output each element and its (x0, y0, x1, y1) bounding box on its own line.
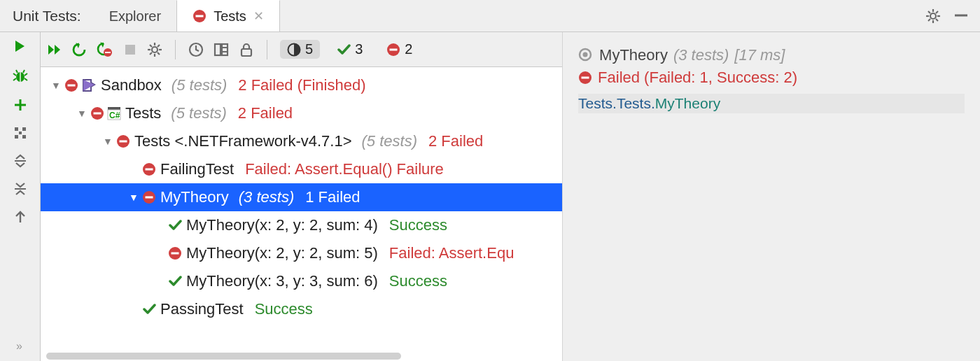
test-count: (5 tests) (171, 104, 226, 122)
layout-icon[interactable] (13, 126, 27, 140)
fail-icon (578, 71, 592, 85)
detail-name: MyTheory (599, 46, 668, 64)
fail-icon (168, 246, 182, 260)
collapse-icon[interactable] (13, 182, 27, 196)
filter-passed[interactable]: 3 (330, 40, 370, 59)
chevron-down-icon[interactable]: ▼ (48, 80, 64, 91)
test-result: Success (389, 216, 447, 234)
test-result: Success (255, 300, 313, 318)
test-count: (3 tests) (239, 188, 294, 206)
tree-pane: 5 3 2 ▼Sandbox(5 tests)2 Failed (Finishe… (41, 32, 563, 361)
test-name: Tests <.NETFramework-v4.7.1> (134, 132, 352, 150)
rerun-failed-icon[interactable] (97, 41, 113, 58)
more-icon[interactable]: » (16, 340, 24, 361)
test-row[interactable]: MyTheory(x: 3, y: 3, sum: 6)Success (41, 267, 562, 295)
tab-label: Tests (214, 8, 246, 24)
plus-icon[interactable] (13, 98, 27, 112)
tab-tests[interactable]: Tests ✕ (176, 0, 280, 31)
failed-count: 2 (405, 41, 412, 57)
play-icon[interactable] (13, 39, 28, 55)
rerun-icon[interactable] (71, 42, 87, 57)
lock-icon[interactable] (239, 42, 254, 57)
test-row[interactable]: ▼Tests <.NETFramework-v4.7.1>(5 tests)2 … (41, 127, 562, 155)
fail-icon (116, 134, 130, 148)
close-icon[interactable]: ✕ (253, 8, 264, 24)
test-result: Success (389, 272, 447, 290)
filter-failed[interactable]: 2 (379, 40, 419, 59)
tab-explorer[interactable]: Explorer (94, 0, 176, 31)
total-icon (287, 43, 301, 57)
test-name: MyTheory(x: 2, y: 2, sum: 4) (186, 216, 378, 234)
csharp-file-icon (107, 106, 121, 120)
test-result: 2 Failed (238, 104, 293, 122)
chevron-down-icon[interactable]: ▼ (74, 108, 90, 119)
fqn-namespace: Tests.Tests. (578, 95, 655, 111)
compare-icon[interactable] (214, 42, 229, 57)
test-result: Failed: Assert.Equ (389, 244, 514, 262)
detail-status: Failed (Failed: 1, Success: 2) (598, 69, 797, 87)
clock-icon[interactable] (188, 42, 204, 57)
tree-toolbar: 5 3 2 (41, 32, 562, 67)
test-name: Sandbox (101, 76, 162, 94)
pass-icon (168, 218, 182, 232)
fail-icon (64, 78, 78, 92)
horizontal-scrollbar[interactable] (41, 351, 562, 361)
test-name: MyTheory(x: 3, y: 3, sum: 6) (186, 272, 378, 290)
fail-icon (142, 190, 156, 204)
minimize-icon[interactable] (953, 8, 969, 24)
fail-icon (90, 106, 104, 120)
fail-icon (192, 9, 206, 23)
fqn-method: MyTheory (655, 95, 720, 111)
test-name: Tests (125, 104, 161, 122)
tab-label: Explorer (109, 8, 161, 24)
fail-icon (386, 43, 400, 57)
gear-icon[interactable] (925, 8, 941, 24)
test-result: Failed: Assert.Equal() Failure (245, 160, 444, 178)
test-result: 2 Failed (Finished) (238, 76, 365, 94)
expand-icon[interactable] (13, 154, 27, 168)
detail-header: MyTheory (3 tests) [17 ms] (578, 46, 965, 64)
passed-count: 3 (355, 41, 363, 57)
test-name: MyTheory(x: 2, y: 2, sum: 5) (186, 244, 378, 262)
test-count: (5 tests) (362, 132, 417, 150)
tab-strip: Explorer Tests ✕ (94, 0, 280, 31)
filter-total[interactable]: 5 (280, 40, 320, 59)
test-result: 1 Failed (305, 188, 360, 206)
pass-icon (168, 274, 182, 288)
chevron-down-icon[interactable]: ▼ (125, 192, 142, 203)
pass-icon (142, 302, 156, 316)
test-row[interactable]: ▼MyTheory(3 tests)1 Failed (41, 183, 562, 211)
test-name: MyTheory (160, 188, 229, 206)
chevron-down-icon[interactable]: ▼ (99, 136, 116, 147)
total-count: 5 (305, 41, 313, 57)
project-icon (81, 78, 97, 93)
test-row[interactable]: PassingTestSuccess (41, 295, 562, 323)
test-tree[interactable]: ▼Sandbox(5 tests)2 Failed (Finished)▼Tes… (41, 67, 562, 351)
theory-icon (578, 48, 594, 63)
test-name: FailingTest (160, 160, 234, 178)
up-arrow-icon[interactable] (13, 210, 27, 224)
detail-pane: MyTheory (3 tests) [17 ms] Failed (Faile… (563, 32, 980, 361)
test-row[interactable]: ▼Sandbox(5 tests)2 Failed (Finished) (41, 71, 562, 99)
header-actions (925, 8, 980, 24)
test-row[interactable]: MyTheory(x: 2, y: 2, sum: 4)Success (41, 211, 562, 239)
fail-icon (142, 162, 156, 176)
test-row[interactable]: ▼Tests(5 tests)2 Failed (41, 99, 562, 127)
pass-icon (337, 43, 351, 57)
test-result: 2 Failed (428, 132, 483, 150)
test-row[interactable]: MyTheory(x: 2, y: 2, sum: 5)Failed: Asse… (41, 239, 562, 267)
detail-status-line: Failed (Failed: 1, Success: 2) (578, 69, 965, 87)
detail-duration: [17 ms] (734, 46, 785, 64)
run-all-icon[interactable] (48, 43, 62, 56)
panel-title: Unit Tests: (0, 8, 94, 24)
detail-fqn[interactable]: Tests.Tests.MyTheory (578, 94, 965, 113)
test-count: (5 tests) (172, 76, 227, 94)
detail-count: (3 tests) (673, 46, 729, 64)
test-row[interactable]: FailingTestFailed: Assert.Equal() Failur… (41, 155, 562, 183)
gutter: » (0, 32, 41, 361)
bug-icon[interactable] (13, 69, 28, 84)
header-bar: Unit Tests: Explorer Tests ✕ (0, 0, 980, 32)
gear-icon[interactable] (147, 42, 162, 57)
stop-icon[interactable] (123, 43, 137, 57)
test-name: PassingTest (160, 300, 244, 318)
